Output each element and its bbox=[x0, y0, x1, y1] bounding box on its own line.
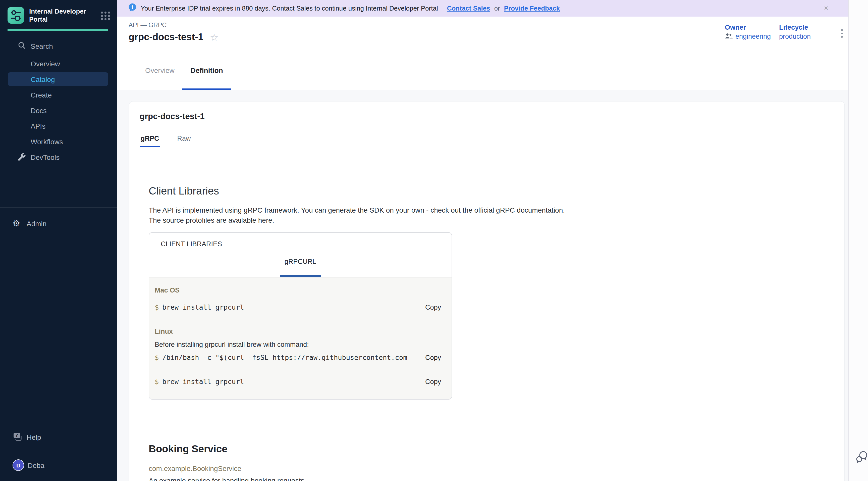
help-chat-icon: ? bbox=[13, 432, 23, 442]
sidebar-item-label: Search bbox=[31, 42, 53, 50]
sidebar-item-create[interactable]: Create bbox=[0, 87, 117, 102]
definition-content: grpc-docs-test-1 gRPC Raw Client Librari… bbox=[117, 90, 848, 481]
owner-value[interactable]: engineering bbox=[725, 33, 771, 40]
copy-button[interactable]: Copy bbox=[425, 303, 441, 311]
search-icon bbox=[18, 41, 26, 51]
booking-service-heading: Booking Service bbox=[149, 443, 227, 455]
provide-feedback-link[interactable]: Provide Feedback bbox=[504, 4, 560, 12]
star-icon[interactable]: ☆ bbox=[210, 32, 218, 42]
svg-text:i: i bbox=[131, 4, 133, 10]
people-icon bbox=[725, 33, 733, 40]
copy-button[interactable]: Copy bbox=[425, 378, 441, 385]
sidebar-divider bbox=[0, 207, 117, 208]
kebab-menu-icon[interactable] bbox=[837, 28, 846, 41]
shell-prompt: $ bbox=[155, 353, 159, 361]
client-libraries-intro: The API is implemented using gRPC framew… bbox=[149, 205, 565, 225]
lifecycle-block: Lifecycle production bbox=[779, 24, 811, 40]
sidebar-item-catalog[interactable]: Catalog bbox=[0, 71, 117, 87]
app-logo-icon bbox=[7, 7, 24, 24]
definition-card: grpc-docs-test-1 gRPC Raw Client Librari… bbox=[129, 101, 844, 481]
sidebar-item-admin[interactable]: ⚙ Admin bbox=[0, 216, 117, 231]
sidebar-divider bbox=[24, 54, 88, 54]
booking-service-fqn: com.example.BookingService bbox=[149, 464, 241, 473]
svg-text:?: ? bbox=[16, 433, 18, 438]
code-command: brew install grpcurl bbox=[162, 378, 420, 386]
page-title: grpc-docs-test-1 bbox=[129, 32, 204, 43]
linux-label: Linux bbox=[155, 328, 173, 335]
page-tabs: Overview Definition bbox=[117, 54, 848, 90]
user-name: Deba bbox=[28, 461, 44, 469]
brand-accent-bar bbox=[7, 29, 108, 31]
banner-or: or bbox=[494, 4, 500, 12]
tab-grpc[interactable]: gRPC bbox=[140, 132, 160, 147]
app-root: Internal Developer Portal S bbox=[0, 0, 868, 481]
entity-header: API — GRPC grpc-docs-test-1 ☆ Owner bbox=[117, 17, 848, 54]
macos-label: Mac OS bbox=[155, 287, 180, 294]
booking-service-description: An example service for handling booking … bbox=[149, 477, 304, 481]
tab-grpcurl[interactable]: gRPCURL bbox=[149, 258, 452, 265]
code-command: /bin/bash -c "$(curl -fsSL https://raw.g… bbox=[162, 353, 420, 361]
lifecycle-label: Lifecycle bbox=[779, 24, 811, 31]
sidebar: Internal Developer Portal S bbox=[0, 0, 117, 481]
avatar: D bbox=[12, 459, 24, 471]
trial-banner: i Your Enterprise IDP trial expires in 8… bbox=[117, 0, 848, 17]
code-command: brew install grpcurl bbox=[162, 303, 420, 311]
sidebar-item-apis[interactable]: APIs bbox=[0, 118, 117, 134]
banner-message: Your Enterprise IDP trial expires in 880… bbox=[141, 4, 438, 12]
definition-format-tabs: gRPC Raw bbox=[140, 132, 208, 147]
user-menu[interactable]: D Deba bbox=[0, 458, 117, 472]
client-libraries-panel-title: CLIENT LIBRARIES bbox=[161, 240, 222, 248]
shell-prompt: $ bbox=[155, 303, 159, 311]
client-libraries-heading: Client Libraries bbox=[149, 185, 219, 197]
owner-block: Owner engineering bbox=[725, 24, 771, 40]
sidebar-item-overview[interactable]: Overview bbox=[0, 56, 117, 71]
code-row-macos: $ brew install grpcurl Copy bbox=[155, 303, 441, 311]
tab-underline bbox=[280, 275, 321, 277]
right-gutter bbox=[848, 0, 868, 481]
tab-overview[interactable]: Overview bbox=[137, 54, 183, 90]
shell-prompt: $ bbox=[155, 378, 159, 386]
info-icon: i bbox=[128, 3, 136, 13]
definition-card-title: grpc-docs-test-1 bbox=[140, 112, 205, 121]
tab-definition[interactable]: Definition bbox=[183, 54, 231, 90]
logo-block[interactable]: Internal Developer Portal bbox=[7, 7, 111, 24]
owner-label: Owner bbox=[725, 24, 771, 31]
apps-grid-icon[interactable] bbox=[100, 10, 111, 21]
lifecycle-value: production bbox=[779, 33, 811, 40]
sidebar-item-workflows[interactable]: Workflows bbox=[0, 134, 117, 149]
main-area: i Your Enterprise IDP trial expires in 8… bbox=[117, 0, 848, 481]
linux-note: Before installing grpcurl install brew w… bbox=[155, 341, 309, 348]
contact-sales-link[interactable]: Contact Sales bbox=[447, 4, 490, 12]
sidebar-item-search[interactable]: Search bbox=[0, 38, 117, 54]
close-icon[interactable]: × bbox=[824, 3, 828, 13]
breadcrumb[interactable]: API — GRPC bbox=[129, 22, 166, 29]
wrench-icon bbox=[17, 152, 26, 162]
app-title: Internal Developer Portal bbox=[29, 7, 98, 23]
code-row-linux-1: $ /bin/bash -c "$(curl -fsSL https://raw… bbox=[155, 353, 441, 361]
tab-raw[interactable]: Raw bbox=[176, 132, 192, 147]
support-chat-icon[interactable] bbox=[856, 450, 868, 467]
sidebar-item-docs[interactable]: Docs bbox=[0, 102, 117, 118]
sidebar-item-label: DevTools bbox=[31, 153, 60, 161]
copy-button[interactable]: Copy bbox=[425, 354, 441, 361]
code-row-linux-2: $ brew install grpcurl Copy bbox=[155, 378, 441, 386]
sidebar-item-devtools[interactable]: DevTools bbox=[0, 149, 117, 165]
code-panel: Mac OS $ brew install grpcurl Copy Linux… bbox=[149, 277, 452, 399]
gear-icon: ⚙ bbox=[12, 219, 20, 228]
sidebar-item-help[interactable]: ? Help bbox=[0, 429, 117, 445]
client-libraries-panel: CLIENT LIBRARIES gRPCURL Mac OS $ brew i… bbox=[149, 232, 452, 399]
